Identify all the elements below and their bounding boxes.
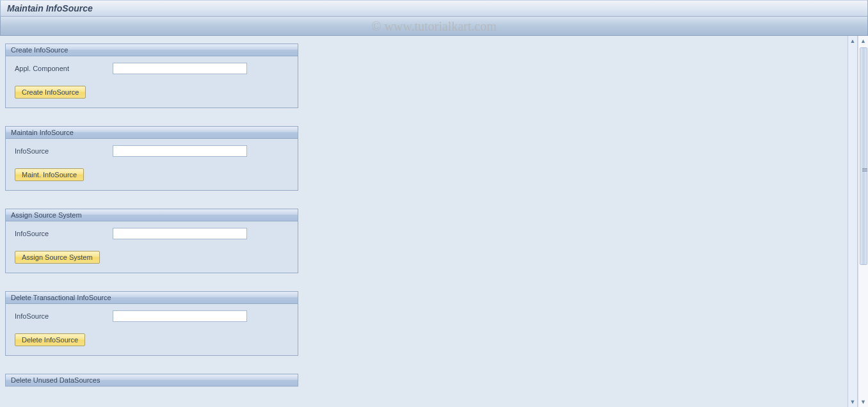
watermark: © www.tutorialkart.com (371, 19, 497, 33)
content-area: Create InfoSource Appl. Component Create… (0, 36, 848, 407)
assign-infosource-input[interactable] (113, 228, 247, 239)
infosource-label: InfoSource (13, 312, 113, 320)
panel-assign-source-system: Assign Source System InfoSource Assign S… (5, 209, 298, 273)
maintain-infosource-input[interactable] (113, 145, 247, 157)
panel-header: Create InfoSource (6, 44, 298, 56)
appl-component-label: Appl. Component (13, 65, 113, 72)
delete-infosource-input[interactable] (113, 310, 247, 322)
scroll-up-icon[interactable]: ▲ (860, 37, 867, 45)
delete-infosource-button[interactable]: Delete InfoSource (15, 333, 85, 346)
panel-maintain-infosource: Maintain InfoSource InfoSource Maint. In… (5, 126, 298, 191)
panel-delete-transactional-infosource: Delete Transactional InfoSource InfoSour… (5, 291, 298, 356)
panel-body: InfoSource Delete InfoSource (6, 304, 298, 355)
form-row: InfoSource (13, 228, 290, 239)
form-row: Appl. Component (13, 63, 290, 74)
panel-header: Delete Transactional InfoSource (6, 292, 298, 304)
panel-body: Appl. Component Create InfoSource (6, 56, 298, 108)
scroll-down-icon[interactable]: ▼ (849, 398, 856, 406)
panel-create-infosource: Create InfoSource Appl. Component Create… (5, 44, 298, 108)
panel-header: Delete Unused DataSources (6, 374, 298, 387)
maint-infosource-button[interactable]: Maint. InfoSource (15, 168, 84, 181)
panel-header: Assign Source System (6, 209, 298, 221)
title-bar: Maintain InfoSource (0, 0, 868, 17)
form-row: InfoSource (13, 145, 290, 157)
form-row: InfoSource (13, 310, 290, 322)
appl-component-input[interactable] (113, 63, 247, 74)
infosource-label: InfoSource (13, 230, 113, 237)
toolbar: © www.tutorialkart.com (0, 17, 868, 36)
page-title: Maintain InfoSource (7, 3, 93, 13)
content-wrapper: Create InfoSource Appl. Component Create… (0, 36, 868, 407)
panel-header: Maintain InfoSource (6, 127, 298, 139)
scroll-up-icon[interactable]: ▲ (849, 37, 856, 45)
panel-delete-unused-datasources: Delete Unused DataSources (5, 374, 298, 387)
assign-source-system-button[interactable]: Assign Source System (15, 251, 100, 264)
panel-body: InfoSource Maint. InfoSource (6, 139, 298, 190)
inner-scrollbar[interactable]: ▲ ▼ (848, 36, 858, 407)
scroll-down-icon[interactable]: ▼ (860, 398, 867, 406)
scroll-thumb[interactable] (860, 47, 867, 265)
outer-scrollbar[interactable]: ▲ ▼ (858, 36, 868, 407)
infosource-label: InfoSource (13, 147, 113, 155)
create-infosource-button[interactable]: Create InfoSource (15, 86, 86, 99)
panel-body: InfoSource Assign Source System (6, 221, 298, 273)
scroll-grip-icon (862, 167, 867, 172)
